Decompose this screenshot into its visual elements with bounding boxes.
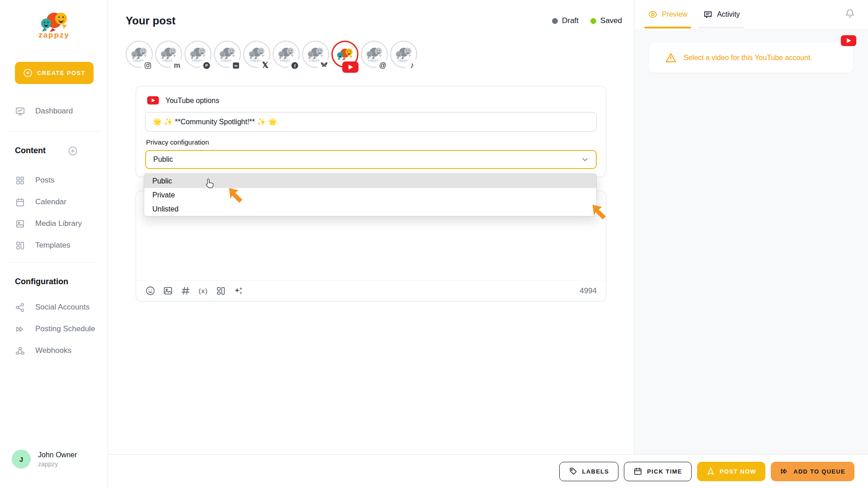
account-avatar-facebook[interactable]: zappzy f bbox=[273, 41, 301, 70]
svg-text:in: in bbox=[234, 64, 237, 68]
share-icon bbox=[15, 302, 25, 313]
page-title: Your post bbox=[126, 14, 175, 27]
dropdown-option-private[interactable]: Private bbox=[144, 188, 596, 202]
post-now-button[interactable]: POST NOW bbox=[697, 462, 765, 481]
tab-preview[interactable]: Preview bbox=[648, 0, 688, 29]
saved-label: Saved bbox=[600, 16, 622, 25]
threads-icon: @ bbox=[376, 59, 389, 72]
youtube-options-header: YouTube options bbox=[147, 96, 597, 105]
main-content: Your post Draft Saved zappzy zappzy m za… bbox=[108, 0, 634, 454]
mastodon-icon: m bbox=[170, 59, 184, 72]
account-avatar-pinterest[interactable]: zappzy P bbox=[184, 41, 212, 70]
svg-text:P: P bbox=[205, 63, 208, 68]
dashboard-icon bbox=[15, 106, 25, 117]
tab-activity[interactable]: Activity bbox=[703, 0, 740, 29]
template-icon[interactable] bbox=[216, 286, 226, 296]
sparkles-icon[interactable] bbox=[233, 286, 244, 296]
facebook-icon: f bbox=[288, 59, 301, 72]
privacy-configuration-label: Privacy configuration bbox=[146, 138, 597, 146]
social-accounts-row: zappzy zappzy m zappzy P zappzy in zappz… bbox=[126, 41, 418, 70]
post-now-label: POST NOW bbox=[720, 468, 756, 475]
dropdown-option-public[interactable]: Public bbox=[144, 174, 596, 188]
editor-toolbar: (x) 4994 bbox=[136, 280, 606, 301]
privacy-dropdown: Public Private Unlisted bbox=[144, 174, 597, 216]
comment-icon bbox=[703, 9, 713, 19]
account-avatar-linkedin[interactable]: zappzy in bbox=[214, 41, 242, 70]
sidebar-item-dashboard[interactable]: Dashboard bbox=[0, 101, 108, 121]
calendar-icon bbox=[15, 197, 25, 207]
user-card[interactable]: J John Owner zappzy bbox=[12, 450, 77, 469]
plus-circle-icon bbox=[23, 68, 33, 78]
grid-icon bbox=[15, 175, 25, 186]
user-avatar: J bbox=[12, 450, 31, 469]
account-avatar-instagram[interactable]: zappzy bbox=[126, 41, 154, 70]
video-title-input[interactable] bbox=[145, 112, 597, 131]
sidebar-item-media-library[interactable]: Media Library bbox=[0, 214, 108, 234]
youtube-icon bbox=[147, 96, 159, 105]
action-bar: LABELS PICK TIME POST NOW ADD TO QUEUE bbox=[108, 454, 868, 488]
zappzy-mascot-icon bbox=[40, 11, 69, 33]
post-status: Draft Saved bbox=[552, 16, 622, 25]
privacy-select-value: Public bbox=[153, 155, 173, 164]
character-count: 4994 bbox=[580, 286, 597, 296]
sidebar-item-label: Dashboard bbox=[35, 107, 73, 116]
draft-label: Draft bbox=[562, 16, 579, 25]
bluesky-icon bbox=[317, 59, 330, 72]
create-post-button[interactable]: CREATE POST bbox=[15, 62, 94, 84]
youtube-options-title: YouTube options bbox=[165, 97, 219, 105]
bell-icon[interactable] bbox=[844, 8, 855, 19]
account-avatar-x[interactable]: zappzy 𝕏 bbox=[243, 41, 271, 70]
app-logo: zappzy bbox=[0, 11, 108, 40]
content-section-title: Content bbox=[15, 146, 46, 155]
configuration-section-title: Configuration bbox=[15, 277, 68, 286]
create-post-label: CREATE POST bbox=[37, 70, 85, 76]
sidebar-item-label: Social Accounts bbox=[35, 303, 90, 312]
sidebar-item-calendar[interactable]: Calendar bbox=[0, 192, 108, 212]
youtube-icon bbox=[840, 35, 857, 47]
brand-name: zappzy bbox=[38, 31, 70, 40]
account-avatar-threads[interactable]: zappzy @ bbox=[361, 41, 389, 70]
youtube-icon bbox=[342, 61, 359, 73]
draft-dot-icon bbox=[552, 18, 558, 24]
sidebar-item-webhooks[interactable]: Webhooks bbox=[0, 341, 108, 361]
add-to-queue-label: ADD TO QUEUE bbox=[793, 468, 845, 475]
image-icon bbox=[15, 219, 25, 229]
sidebar-item-posts[interactable]: Posts bbox=[0, 170, 108, 190]
sidebar-item-label: Webhooks bbox=[35, 346, 71, 355]
sidebar-item-label: Posting Schedule bbox=[35, 324, 95, 333]
fast-forward-icon bbox=[15, 324, 25, 334]
tag-icon bbox=[569, 467, 578, 476]
emoji-icon[interactable] bbox=[145, 286, 156, 296]
tab-preview-label: Preview bbox=[662, 10, 688, 19]
add-to-queue-button[interactable]: ADD TO QUEUE bbox=[771, 462, 854, 481]
saved-status: Saved bbox=[590, 16, 622, 25]
eye-icon bbox=[648, 9, 658, 19]
dropdown-option-unlisted[interactable]: Unlisted bbox=[144, 202, 596, 216]
hashtag-icon[interactable] bbox=[180, 286, 191, 296]
sidebar-item-posting-schedule[interactable]: Posting Schedule bbox=[0, 319, 108, 339]
sidebar-item-social-accounts[interactable]: Social Accounts bbox=[0, 297, 108, 317]
pick-time-button[interactable]: PICK TIME bbox=[624, 462, 691, 481]
privacy-select[interactable]: Public bbox=[145, 150, 597, 169]
pinterest-icon: P bbox=[200, 59, 213, 72]
image-icon[interactable] bbox=[163, 286, 173, 296]
pick-time-label: PICK TIME bbox=[647, 468, 682, 475]
sidebar-divider bbox=[6, 131, 101, 131]
panel-tabs: Preview Activity bbox=[634, 0, 868, 29]
account-avatar-mastodon[interactable]: zappzy m bbox=[155, 41, 183, 70]
sidebar: zappzy CREATE POST Dashboard Content Pos… bbox=[0, 0, 108, 488]
saved-dot-icon bbox=[590, 18, 596, 24]
account-avatar-tiktok[interactable]: zappzy ♪ bbox=[390, 41, 418, 70]
labels-button[interactable]: LABELS bbox=[559, 462, 619, 481]
variable-icon[interactable]: (x) bbox=[198, 286, 208, 296]
webhook-icon bbox=[15, 346, 25, 356]
x-icon: 𝕏 bbox=[259, 59, 272, 72]
account-avatar-youtube[interactable] bbox=[331, 41, 359, 70]
sidebar-item-templates[interactable]: Templates bbox=[0, 235, 108, 255]
layout-icon bbox=[15, 240, 25, 251]
instagram-icon bbox=[141, 59, 154, 72]
send-icon bbox=[706, 467, 715, 476]
plus-circle-icon[interactable] bbox=[68, 146, 78, 156]
account-avatar-bluesky[interactable]: zappzy bbox=[302, 41, 330, 70]
sidebar-item-label: Posts bbox=[35, 176, 55, 185]
